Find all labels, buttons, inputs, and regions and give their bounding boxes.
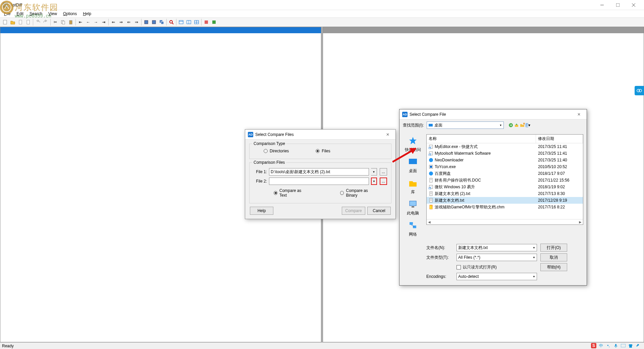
nav-libraries[interactable]: 库 <box>408 178 418 195</box>
col-date[interactable]: 修改日期 <box>536 135 583 143</box>
nav-this-pc[interactable]: 此电脑 <box>407 199 419 216</box>
cancel-button-2[interactable]: 取消 <box>540 253 567 261</box>
nav-network[interactable]: 网络 <box>408 220 418 237</box>
up-icon[interactable] <box>514 123 519 128</box>
tb-next-diff-icon[interactable]: → <box>92 18 100 26</box>
menu-help[interactable]: Help <box>80 11 94 17</box>
dialog2-titlebar[interactable]: AD Select Compare File ✕ <box>399 109 587 119</box>
tb-cut-icon[interactable]: ✂ <box>52 18 59 26</box>
tb-merge-all-right-icon[interactable]: ⇛ <box>133 18 140 26</box>
filetype-combo[interactable]: All Files (*.*)▼ <box>457 254 537 261</box>
radio-compare-text[interactable]: Compare as Text <box>274 188 307 198</box>
file-row[interactable]: 新建文本文档.txt2017/12/28 9:19 <box>427 197 583 204</box>
ime-punct-icon[interactable]: •, <box>606 343 611 348</box>
dialog2-close-button[interactable]: ✕ <box>574 109 584 119</box>
file-date: 2017/3/25 11:40 <box>536 158 583 162</box>
file-row[interactable]: MyEditor.exe - 快捷方式2017/3/25 11:41 <box>427 143 583 150</box>
tb-view3-icon[interactable] <box>193 18 200 26</box>
tb-page2-icon[interactable] <box>24 18 32 26</box>
tb-first-diff-icon[interactable]: ⇤ <box>77 18 84 26</box>
filetype-label: 文件类型(T): <box>426 255 453 260</box>
svg-rect-11 <box>145 20 148 24</box>
file-row[interactable]: 百度网盘2018/1/17 9:07 <box>427 170 583 177</box>
h-scrollbar[interactable]: ◄► <box>427 219 583 225</box>
radio-compare-binary[interactable]: Compare as Binary <box>340 188 377 198</box>
file-row[interactable]: ToYcon.exe2010/5/10 20:52 <box>427 163 583 170</box>
file2-dropdown-icon[interactable]: ▼ <box>371 178 377 185</box>
tb-save-icon[interactable] <box>143 18 150 26</box>
open-button[interactable]: 打开(O) <box>540 244 567 252</box>
radio-directories[interactable]: Directories <box>264 149 289 153</box>
tb-open-icon[interactable] <box>9 18 16 26</box>
tb-sep <box>75 19 76 26</box>
readonly-checkbox[interactable] <box>457 265 461 269</box>
tb-merge-all-left-icon[interactable]: ⇚ <box>125 18 132 26</box>
encodings-combo[interactable]: Auto-detect▼ <box>457 273 537 280</box>
new-folder-icon[interactable]: ✱ <box>520 123 525 128</box>
dialog1-titlebar[interactable]: AD Select Compare Files ✕ <box>245 130 395 140</box>
tb-last-diff-icon[interactable]: ⇥ <box>100 18 107 26</box>
left-pane-header[interactable] <box>0 27 321 33</box>
tb-merge-right-icon[interactable]: ⇒ <box>117 18 125 26</box>
tb-view2-icon[interactable] <box>185 18 193 26</box>
tb-new-icon[interactable] <box>1 18 9 26</box>
minimize-button[interactable] <box>594 0 610 10</box>
ime-keyboard-icon[interactable] <box>621 343 626 348</box>
file-icon <box>429 158 433 162</box>
tb-prev-diff-icon[interactable]: ← <box>85 18 92 26</box>
file-row[interactable]: 微软 Windows 10 易升2018/1/19 9:02 <box>427 184 583 190</box>
tb-opt2-icon[interactable] <box>210 18 218 26</box>
tb-copy-icon[interactable] <box>59 18 67 26</box>
file2-input[interactable] <box>269 178 369 185</box>
dialog1-close-button[interactable]: ✕ <box>383 130 393 140</box>
tb-save-all-icon[interactable] <box>158 18 165 26</box>
tb-paste-icon[interactable] <box>67 18 74 26</box>
view-menu-icon[interactable]: ▾ <box>526 123 530 128</box>
ime-lang-icon[interactable]: 中 <box>598 343 604 348</box>
ime-logo-icon[interactable]: S <box>591 343 596 348</box>
menu-options[interactable]: Options <box>60 11 79 17</box>
nav-desktop[interactable]: 桌面 <box>408 157 418 174</box>
side-widget-icon[interactable] <box>635 86 644 95</box>
close-button[interactable] <box>626 0 641 10</box>
compare-button[interactable]: Compare <box>342 207 365 215</box>
file-row[interactable]: ?游戏辅助GameOfMir引擎帮助文档.chm2017/7/16 8:22 <box>427 204 583 210</box>
tb-opt1-icon[interactable] <box>203 18 210 26</box>
radio-files[interactable]: Files <box>316 149 330 153</box>
help-button-2[interactable]: 帮助(H) <box>540 263 567 271</box>
file-row[interactable]: 财务用户操作说明书.DOC2017/11/22 15:56 <box>427 177 583 184</box>
file-row[interactable]: Mytoolsoft Watermark Software2017/3/25 1… <box>427 150 583 157</box>
ime-tool-icon[interactable] <box>635 343 641 348</box>
maximize-button[interactable] <box>610 0 626 10</box>
svg-rect-63 <box>615 344 616 346</box>
tb-undo-icon[interactable] <box>34 18 42 26</box>
file-row[interactable]: NeoDownloader2017/3/25 11:40 <box>427 157 583 163</box>
help-button[interactable]: Help <box>250 207 273 215</box>
filename-input[interactable]: 新建文本文档.txt▼ <box>457 244 537 251</box>
tb-save2-icon[interactable] <box>150 18 158 26</box>
look-in-combo[interactable]: 桌面 ▼ <box>427 121 504 129</box>
tb-view1-icon[interactable] <box>177 18 185 26</box>
file1-browse-button[interactable]: ... <box>380 168 387 176</box>
file1-input[interactable]: D:\tools\桌面\新建文本文档 (2).txt <box>269 168 369 176</box>
tb-merge-left-icon[interactable]: ⇐ <box>110 18 117 26</box>
ime-skin-icon[interactable] <box>628 343 633 348</box>
group2-title: Comparison Files <box>252 160 286 165</box>
back-icon[interactable] <box>508 123 513 128</box>
file1-dropdown-icon[interactable]: ▼ <box>371 168 377 176</box>
file-name: 游戏辅助GameOfMir引擎帮助文档.chm <box>435 204 504 210</box>
radio-dot-icon <box>316 149 320 153</box>
tb-redo-icon[interactable] <box>42 18 49 26</box>
tb-page-icon[interactable] <box>17 18 24 26</box>
tb-find-icon[interactable] <box>168 18 175 26</box>
file2-browse-button[interactable]: ... <box>380 178 387 185</box>
ime-mic-icon[interactable] <box>613 343 619 348</box>
col-name[interactable]: 名称 <box>427 135 536 143</box>
right-pane-header[interactable] <box>323 27 644 33</box>
file-row[interactable]: 新建文本文档 (2).txt2017/7/13 8:30 <box>427 190 583 197</box>
file-name: 新建文本文档.txt <box>435 198 464 203</box>
cancel-button[interactable]: Cancel <box>367 207 391 215</box>
file-icon <box>429 171 433 176</box>
svg-rect-10 <box>69 20 72 24</box>
star-icon <box>408 136 418 146</box>
